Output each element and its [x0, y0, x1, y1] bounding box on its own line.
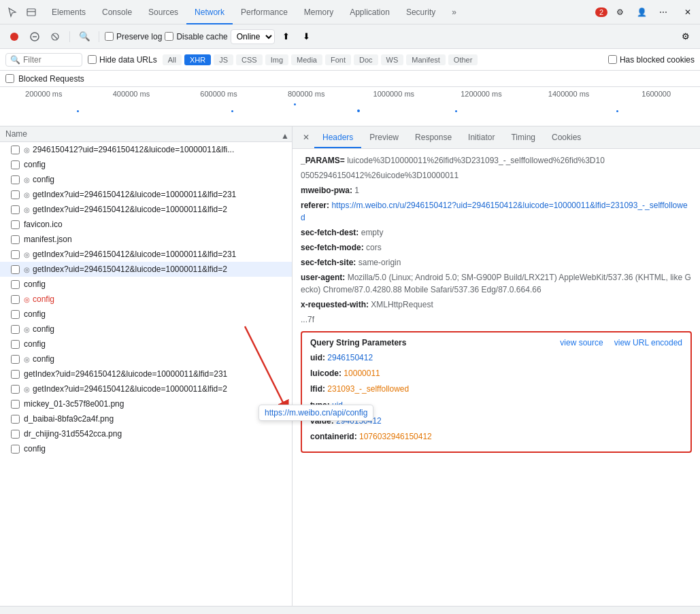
tab-security[interactable]: Security — [398, 0, 444, 24]
filter-ws[interactable]: WS — [381, 54, 404, 65]
request-row[interactable]: d_baibai-8bfa9c2a4f.png — [0, 411, 292, 426]
request-row[interactable]: config — [0, 157, 292, 172]
req-checkbox-7[interactable] — [11, 250, 20, 259]
preserve-log-input[interactable] — [105, 32, 114, 41]
detail-tab-preview[interactable]: Preview — [361, 126, 407, 148]
request-row[interactable]: favicon.ico — [0, 217, 292, 232]
request-row[interactable]: ◎ 2946150412?uid=2946150412&luicode=1000… — [0, 142, 292, 157]
request-row[interactable]: ◎ config — [0, 322, 292, 337]
request-row[interactable]: ◎ getIndex?uid=2946150412&luicode=100000… — [0, 202, 292, 217]
download-icon[interactable]: ⬇ — [298, 28, 316, 46]
close-devtools-button[interactable]: ✕ — [678, 3, 697, 22]
req-checkbox-2[interactable] — [11, 175, 20, 184]
req-name-13: config — [24, 339, 286, 349]
req-checkbox-4[interactable] — [11, 205, 20, 214]
more-icon[interactable]: ⋯ — [654, 3, 673, 22]
req-checkbox-17[interactable] — [11, 400, 20, 409]
request-row[interactable]: getIndex?uid=2946150412&luicode=10000011… — [0, 366, 292, 381]
detail-tab-initiator[interactable]: Initiator — [460, 126, 503, 148]
req-checkbox-19[interactable] — [11, 430, 20, 439]
req-checkbox-0[interactable] — [11, 146, 20, 154]
request-row[interactable]: config — [0, 277, 292, 292]
filter-img[interactable]: Img — [265, 54, 288, 65]
filter-input[interactable] — [23, 55, 78, 65]
req-checkbox-3[interactable] — [11, 190, 20, 199]
view-url-encoded-button[interactable]: view URL encoded — [614, 338, 682, 347]
hide-data-urls-input[interactable] — [88, 55, 97, 64]
tab-performance[interactable]: Performance — [233, 0, 296, 24]
throttle-select[interactable]: Online — [231, 29, 275, 44]
scroll-indicator[interactable]: ▲ — [281, 131, 286, 137]
has-blocked-input[interactable] — [608, 55, 617, 64]
detail-tab-headers[interactable]: Headers — [314, 126, 361, 148]
tab-network[interactable]: Network — [186, 0, 233, 24]
detail-tab-response[interactable]: Response — [407, 126, 460, 148]
req-checkbox-6[interactable] — [11, 235, 20, 244]
header-value-params-cont: 05052946150412%26uicode%3D10000011 — [301, 171, 459, 180]
filter-css[interactable]: CSS — [236, 54, 263, 65]
preserve-log-checkbox[interactable]: Preserve log — [105, 32, 162, 41]
detail-tab-timing[interactable]: Timing — [503, 126, 544, 148]
req-checkbox-13[interactable] — [11, 340, 20, 349]
request-row[interactable]: config — [0, 307, 292, 322]
blocked-requests-checkbox[interactable] — [5, 74, 14, 83]
req-checkbox-5[interactable] — [11, 220, 20, 229]
request-row[interactable]: ◎ getIndex?uid=2946150412&luicode=100000… — [0, 187, 292, 202]
req-checkbox-10[interactable] — [11, 295, 20, 304]
req-checkbox-15[interactable] — [11, 370, 20, 379]
header-name-sec-site: sec-fetch-site: — [301, 258, 356, 267]
filter-xhr[interactable]: XHR — [184, 54, 211, 65]
upload-icon[interactable]: ⬆ — [278, 28, 295, 46]
filter-js[interactable]: JS — [214, 54, 233, 65]
filter-manifest[interactable]: Manifest — [406, 54, 446, 65]
clear-button[interactable] — [46, 28, 64, 46]
req-checkbox-14[interactable] — [11, 355, 20, 364]
req-checkbox-16[interactable] — [11, 385, 20, 394]
tab-application[interactable]: Application — [341, 0, 398, 24]
request-row[interactable]: ◎ getIndex?uid=2946150412&luicode=100000… — [0, 247, 292, 262]
request-row[interactable]: dr_chijing-31d5542cca.png — [0, 426, 292, 441]
request-row[interactable]: config — [0, 441, 292, 456]
disable-cache-input[interactable] — [165, 32, 173, 41]
request-row[interactable]: mickey_01-3c57f8e001.png — [0, 396, 292, 411]
detail-tab-cookies[interactable]: Cookies — [544, 126, 589, 148]
filter-doc[interactable]: Doc — [354, 54, 378, 65]
tab-memory[interactable]: Memory — [296, 0, 341, 24]
req-checkbox-8[interactable] — [11, 265, 20, 274]
cursor-icon[interactable] — [3, 3, 22, 22]
req-checkbox-20[interactable] — [11, 445, 20, 454]
filter-all[interactable]: All — [163, 54, 182, 65]
dock-icon[interactable] — [22, 3, 41, 22]
request-row[interactable]: ◎ config — [0, 292, 292, 307]
tab-sources[interactable]: Sources — [140, 0, 186, 24]
view-source-button[interactable]: view source — [560, 338, 603, 347]
record-button[interactable] — [5, 28, 23, 46]
stop-button[interactable] — [26, 28, 44, 46]
req-checkbox-11[interactable] — [11, 310, 20, 319]
req-checkbox-18[interactable] — [11, 415, 20, 424]
req-checkbox-9[interactable] — [11, 280, 20, 289]
req-checkbox-12[interactable] — [11, 325, 20, 334]
tab-console[interactable]: Console — [94, 0, 140, 24]
filter-font[interactable]: Font — [325, 54, 351, 65]
request-row-selected[interactable]: ◎ getIndex?uid=2946150412&luicode=100000… — [0, 262, 292, 277]
tab-elements[interactable]: Elements — [44, 0, 94, 24]
request-row[interactable]: ◎ getIndex?uid=2946150412&luicode=100000… — [0, 381, 292, 396]
req-checkbox-1[interactable] — [11, 160, 20, 169]
detail-close-button[interactable]: ✕ — [298, 129, 314, 146]
user-icon[interactable]: 👤 — [632, 3, 651, 22]
tab-more[interactable]: » — [444, 0, 465, 24]
network-settings-icon[interactable]: ⚙ — [677, 28, 695, 46]
request-row[interactable]: manifest.json — [0, 232, 292, 247]
filter-tags: All XHR JS CSS Img Media Font Doc WS Man… — [163, 54, 603, 65]
req-icon-12: ◎ — [24, 326, 30, 333]
filter-other[interactable]: Other — [448, 54, 478, 65]
request-row[interactable]: ◎ config — [0, 172, 292, 187]
disable-cache-checkbox[interactable]: Disable cache — [165, 32, 227, 41]
hide-data-urls-checkbox[interactable]: Hide data URLs — [88, 55, 157, 65]
filter-media[interactable]: Media — [291, 54, 322, 65]
request-row[interactable]: ◎ config — [0, 352, 292, 366]
request-row[interactable]: config — [0, 337, 292, 352]
settings-icon[interactable]: ⚙ — [610, 3, 629, 22]
search-button[interactable]: 🔍 — [76, 28, 93, 46]
